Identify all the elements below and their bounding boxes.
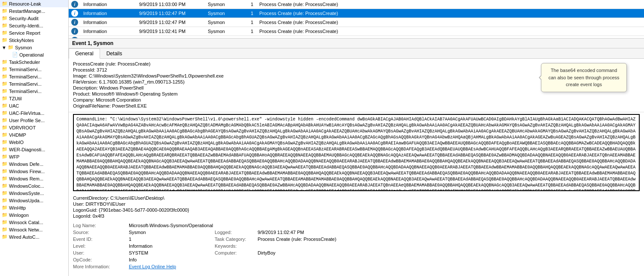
- sidebar-item-tzutil[interactable]: 📁 TZUtil: [0, 95, 68, 102]
- keywords-label: Keywords:: [215, 243, 258, 249]
- table-row[interactable]: iInformation9/9/2019 11:02:47 PMSysmon1P…: [69, 18, 644, 27]
- event-props-grid: Log Name: Microsoft-Windows-Sysmon/Opera…: [73, 223, 640, 269]
- folder-icon: 📁: [2, 1, 8, 6]
- events-table: iInformation9/9/2019 11:03:00 PMSysmon1P…: [69, 0, 644, 39]
- event-task: Process Create (rule: ProcessCreate): [257, 27, 644, 36]
- sidebar-item-uac[interactable]: 📁 UAC: [0, 102, 68, 109]
- event-id: 1: [248, 0, 257, 9]
- task-category-label: Task Category:: [215, 237, 258, 242]
- sidebar-item-label: VDRVROOT: [9, 125, 36, 130]
- sidebar-item-user-profile-se[interactable]: 📁 User Profile Se...: [0, 117, 68, 124]
- sidebar-item-winsock-catal[interactable]: 📁 Winsock Catal...: [0, 219, 68, 226]
- event-id: 1: [248, 9, 257, 18]
- event-title: Event 1, Sysmon: [72, 40, 113, 46]
- sidebar-item-label: WindowsColoc...: [9, 183, 44, 189]
- folder-icon: 📁: [2, 139, 8, 145]
- sidebar-item-label: Winsock Netw...: [9, 227, 43, 232]
- sidebar-item-wer-diagnosti[interactable]: 📁 WER-Diagnosti...: [0, 146, 68, 153]
- table-row[interactable]: iInformation9/9/2019 11:03:00 PMSysmon1P…: [69, 0, 644, 9]
- sidebar-item-terminalservi4[interactable]: 📁 TerminalServi...: [0, 87, 68, 95]
- info-icon: i: [71, 28, 78, 35]
- sidebar-item-label: Winlogon: [9, 213, 29, 218]
- sidebar-item-terminalservi1[interactable]: 📁 TerminalServi...: [0, 66, 68, 73]
- sidebar-item-windows-defe[interactable]: 📁 Windows Defe...: [0, 160, 68, 168]
- sidebar-item-taskscheduler[interactable]: 📁 TaskScheduler: [0, 58, 68, 66]
- sidebar-item-windowsupda[interactable]: 📁 WindowsUpda...: [0, 197, 68, 204]
- sidebar-item-security-identi[interactable]: 📁 Security-Identi...: [0, 22, 68, 29]
- sidebar-item-restart-manage[interactable]: 📁 RestartManage...: [0, 7, 68, 15]
- sidebar-item-label: Security-Audit: [9, 16, 38, 21]
- level-value: Information: [129, 243, 215, 249]
- sidebar-item-vdrvroot[interactable]: 📁 VDRVROOT: [0, 124, 68, 131]
- event-level: Information: [81, 27, 137, 36]
- folder-icon: 📁: [2, 190, 8, 196]
- sidebar-item-security-audit[interactable]: 📁 Security-Audit: [0, 15, 68, 22]
- source-value: Sysmon: [129, 230, 215, 235]
- folder-icon: 📁: [2, 168, 8, 174]
- sidebar-item-label: Security-Identi...: [9, 23, 43, 28]
- sidebar-item-service-report[interactable]: 📁 Service Report: [0, 29, 68, 36]
- folder-icon: 📁: [2, 161, 8, 167]
- event-task: Process Create (rule: ProcessCreate): [257, 18, 644, 27]
- table-row[interactable]: iInformation9/9/2019 11:02:41 PMSysmon1P…: [69, 27, 644, 36]
- sidebar-item-label: RestartManage...: [9, 9, 45, 14]
- event-date: 9/9/2019 11:03:00 PM: [137, 0, 205, 9]
- tab-general[interactable]: General: [69, 48, 100, 59]
- folder-icon: 📁: [2, 183, 8, 189]
- sidebar-item-vhdmp[interactable]: 📁 VHDMP: [0, 131, 68, 138]
- command-box: CommandLine: "C:\Windows\System32\Window…: [73, 114, 640, 191]
- sidebar-item-wfp[interactable]: 📁 WFP: [0, 153, 68, 160]
- expand-icon: ▼: [2, 45, 6, 50]
- tooltip-bubble: The base64 encoded command can also be s…: [541, 63, 627, 92]
- user-field: User: DIRTYBOY\IEUser: [73, 201, 640, 207]
- command-line-value: CommandLine: "C:\Windows\System32\Window…: [76, 117, 635, 191]
- sidebar-item-operational[interactable]: 📄 Operational: [0, 51, 68, 58]
- event-detail-content[interactable]: ProcessCreate (rule: ProcessCreate) Proc…: [69, 59, 644, 276]
- folder-icon: 📁: [2, 88, 8, 94]
- folder-icon: 📁: [2, 198, 8, 203]
- bottom-fields: CurrentDirectory: C:\Users\IEUser\Deskto…: [69, 193, 644, 219]
- sidebar-item-winsock-netw[interactable]: 📁 Winsock Netw...: [0, 226, 68, 233]
- sidebar-item-stickynotes[interactable]: 📁 StickyNotes: [0, 36, 68, 44]
- info-icon: i: [71, 1, 78, 8]
- sidebar-item-webio[interactable]: 📁 WebIO: [0, 138, 68, 146]
- info-icon: i: [71, 19, 78, 26]
- company: Company: Microsoft Corporation: [73, 97, 640, 102]
- general-info-top: ProcessCreate (rule: ProcessCreate) Proc…: [69, 59, 644, 112]
- sidebar-item-terminalservi2[interactable]: 📁 TerminalServi...: [0, 73, 68, 80]
- sidebar-item-windowssyste[interactable]: 📁 WindowsSyste...: [0, 189, 68, 197]
- sidebar-item-sysmon[interactable]: ▼ 📁 Sysmon: [0, 44, 68, 51]
- logged-value: 9/9/2019 11:02:47 PM: [258, 230, 640, 235]
- event-task: Process Create (rule: ProcessCreate): [257, 9, 644, 18]
- folder-icon: 📁: [8, 45, 14, 50]
- event-log-online-help-link[interactable]: Event Log Online Help: [129, 264, 640, 269]
- event-title-bar: Event 1, Sysmon: [69, 39, 644, 48]
- sidebar-item-winhttp[interactable]: 📁 WinHttp: [0, 204, 68, 211]
- folder-icon: 📁: [2, 154, 8, 159]
- sidebar-item-terminalservi3[interactable]: 📁 TerminalServi...: [0, 80, 68, 87]
- sidebar: 📁 Resource-Leak 📁 RestartManage... 📁 Sec…: [0, 0, 69, 276]
- sidebar-item-winlogon[interactable]: 📁 Winlogon: [0, 211, 68, 219]
- sidebar-item-label: WFP: [9, 154, 19, 159]
- folder-icon: 📁: [2, 125, 8, 130]
- sidebar-item-label: TaskScheduler: [9, 60, 40, 65]
- sidebar-item-label: Windows Firew...: [9, 169, 45, 174]
- events-table-container[interactable]: iInformation9/9/2019 11:03:00 PMSysmon1P…: [69, 0, 644, 39]
- sidebar-item-label: Service Report: [9, 30, 40, 36]
- sidebar-item-wired-autoc[interactable]: 📁 Wired AutoC...: [0, 233, 68, 240]
- sidebar-item-resource-leak[interactable]: 📁 Resource-Leak: [0, 0, 68, 7]
- logon-id: LogonId: 0x4f3: [73, 213, 640, 219]
- tab-details[interactable]: Details: [100, 48, 129, 59]
- event-level: Information: [81, 9, 137, 18]
- sidebar-item-uac-filevirtua[interactable]: 📁 UAC-FileVirtua...: [0, 109, 68, 117]
- info-icon: i: [71, 10, 78, 17]
- sidebar-item-windowscoloc[interactable]: 📁 WindowsColoc...: [0, 182, 68, 189]
- sidebar-item-windows-rem[interactable]: 📁 Windows Rem...: [0, 175, 68, 182]
- folder-icon: 📁: [2, 23, 8, 28]
- event-task: Process Create (rule: ProcessCreate): [257, 0, 644, 9]
- table-row[interactable]: iInformation9/9/2019 11:02:47 PMSysmon1P…: [69, 9, 644, 18]
- sidebar-item-windows-firew[interactable]: 📁 Windows Firew...: [0, 168, 68, 175]
- sidebar-item-label: Windows Defe...: [9, 162, 43, 167]
- more-info-label: More Information:: [73, 264, 129, 269]
- sidebar-item-label: UAC: [9, 103, 19, 108]
